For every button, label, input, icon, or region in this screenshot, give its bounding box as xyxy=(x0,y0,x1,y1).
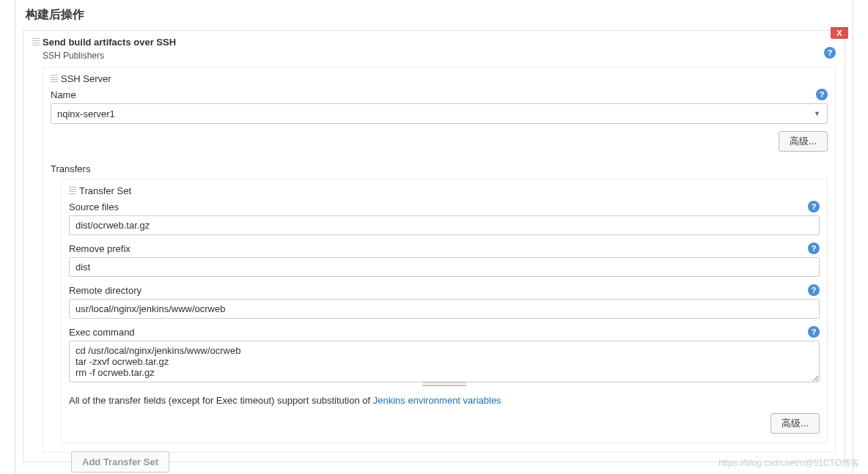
transfer-set-title: Transfer Set xyxy=(79,185,131,196)
add-transfer-set-button[interactable]: Add Transfer Set xyxy=(71,451,169,473)
help-icon[interactable]: ? xyxy=(808,201,820,212)
step-header: Send build artifacts over SSH xyxy=(32,37,836,48)
transfers-label: Transfers xyxy=(51,163,828,174)
transfer-set-header: Transfer Set xyxy=(69,185,820,196)
advanced-button[interactable]: 高级... xyxy=(770,413,820,434)
remove-prefix-label: Remove prefix xyxy=(69,243,130,254)
publishers-label: SSH Publishers xyxy=(43,51,836,61)
ssh-server-header: SSH Server xyxy=(51,73,828,84)
ssh-server-block: SSH Server Name ? nqinx-server1 高级... Tr… xyxy=(43,67,836,453)
step-title: Send build artifacts over SSH xyxy=(43,37,176,48)
drag-handle-icon[interactable] xyxy=(32,38,40,47)
help-icon[interactable]: ? xyxy=(808,284,820,296)
help-icon[interactable]: ? xyxy=(824,47,836,59)
hint-text: All of the transfer fields (except for E… xyxy=(69,395,820,406)
ssh-server-title: SSH Server xyxy=(61,73,111,84)
name-label: Name xyxy=(51,89,76,100)
remote-directory-input[interactable] xyxy=(69,299,820,319)
delete-step-button[interactable]: X xyxy=(831,27,848,39)
help-icon[interactable]: ? xyxy=(816,89,828,100)
hint-prefix: All of the transfer fields (except for E… xyxy=(69,395,373,406)
section-title: 构建后操作 xyxy=(15,0,853,30)
exec-command-textarea[interactable] xyxy=(69,341,820,382)
remove-prefix-input[interactable] xyxy=(69,257,820,277)
remote-directory-label: Remote directory xyxy=(69,285,141,296)
server-name-select[interactable]: nqinx-server1 xyxy=(51,103,828,124)
exec-command-label: Exec command xyxy=(69,327,135,338)
drag-handle-icon[interactable] xyxy=(51,75,58,84)
advanced-button[interactable]: 高级... xyxy=(779,131,828,152)
help-icon[interactable]: ? xyxy=(808,326,820,338)
drag-handle-icon[interactable] xyxy=(69,187,76,196)
jenkins-env-link[interactable]: Jenkins environment variables xyxy=(373,395,501,406)
source-files-input[interactable] xyxy=(69,215,820,235)
resize-handle-icon[interactable] xyxy=(422,382,466,386)
transfer-set-block: Transfer Set Source files ? Remove prefi… xyxy=(61,179,828,443)
source-files-label: Source files xyxy=(69,201,119,212)
build-step-ssh: X ? Send build artifacts over SSH SSH Pu… xyxy=(23,30,845,462)
help-icon[interactable]: ? xyxy=(808,242,820,254)
